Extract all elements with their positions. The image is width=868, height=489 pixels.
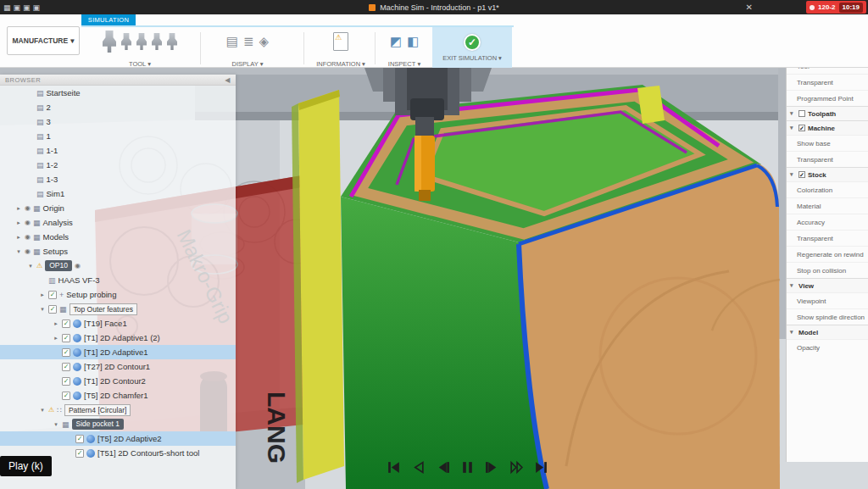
tool-dropdown[interactable]: TOOL ▾ bbox=[129, 60, 151, 68]
inspect-option-icon[interactable]: ◩ bbox=[390, 34, 402, 49]
checkbox-icon[interactable]: ✓ bbox=[75, 435, 84, 443]
section-view[interactable]: ▾View bbox=[787, 278, 868, 292]
setting-row[interactable]: Show base bbox=[787, 135, 868, 151]
browser-item[interactable]: ✓[T5] 2D Chamfer1 bbox=[0, 388, 236, 403]
visibility-eye-icon[interactable]: ◉ bbox=[25, 233, 31, 241]
tool-holder-icon[interactable] bbox=[167, 33, 177, 50]
section-stock[interactable]: ▾✓Stock bbox=[787, 167, 868, 181]
setting-row[interactable]: Accuracy bbox=[787, 214, 868, 230]
step-forward-button[interactable] bbox=[481, 458, 502, 476]
play-reverse-button[interactable] bbox=[408, 458, 428, 476]
browser-item[interactable]: ▸✓+Setup probing bbox=[0, 287, 236, 302]
information-report-icon[interactable]: ⚠ bbox=[333, 32, 348, 51]
checkbox-icon[interactable]: ✓ bbox=[62, 377, 70, 386]
browser-item[interactable]: ✓[T5] 2D Adaptive2 bbox=[0, 431, 236, 446]
section-collapse-icon[interactable]: ▾ bbox=[790, 329, 796, 336]
browser-item[interactable]: ▤2 bbox=[0, 100, 236, 114]
expand-arrow-icon[interactable]: ▸ bbox=[15, 205, 22, 212]
tab-simulation[interactable]: SIMULATION bbox=[81, 14, 136, 25]
section-checkbox-icon[interactable]: ✓ bbox=[798, 171, 805, 178]
checkbox-icon[interactable]: ✓ bbox=[62, 320, 70, 328]
checkbox-icon[interactable]: ✓ bbox=[62, 334, 70, 342]
setting-row[interactable]: Transparent bbox=[787, 151, 868, 167]
step-back-button[interactable] bbox=[432, 458, 453, 476]
manufacture-workspace-button[interactable]: MANUFACTURE ▾ bbox=[7, 26, 80, 55]
browser-item[interactable]: ✓[T1] 2D Adaptive1 bbox=[0, 345, 236, 359]
display-dropdown[interactable]: DISPLAY ▾ bbox=[232, 60, 264, 68]
section-checkbox-icon[interactable]: ✓ bbox=[798, 125, 805, 131]
expand-arrow-icon[interactable]: ▸ bbox=[39, 292, 46, 298]
browser-item[interactable]: ▾◉▦Setups bbox=[0, 244, 236, 258]
browser-item[interactable]: ▤1 bbox=[0, 129, 236, 143]
browser-item[interactable]: ▤1-2 bbox=[0, 158, 236, 172]
setting-row[interactable]: Opacity bbox=[787, 339, 868, 355]
tool-holder-icon[interactable] bbox=[103, 31, 116, 53]
browser-item[interactable]: ▤Sim1 bbox=[0, 186, 236, 201]
expand-arrow-icon[interactable]: ▸ bbox=[15, 219, 22, 226]
checkbox-icon[interactable]: ✓ bbox=[48, 291, 57, 299]
browser-item[interactable]: ▸◉▦Analysis bbox=[0, 215, 236, 230]
setting-row[interactable]: Regenerate on rewind bbox=[787, 246, 868, 262]
browser-item[interactable]: ▸✓[T1] 2D Adaptive1 (2) bbox=[0, 331, 236, 345]
inspect-dropdown[interactable]: INSPECT ▾ bbox=[388, 60, 420, 68]
expand-arrow-icon[interactable]: ▾ bbox=[53, 421, 59, 428]
checkbox-icon[interactable]: ✓ bbox=[48, 305, 57, 314]
browser-item[interactable]: ▤3 bbox=[0, 114, 236, 129]
expand-arrow-icon[interactable]: ▸ bbox=[53, 320, 59, 327]
tool-holder-icon[interactable] bbox=[121, 33, 131, 50]
setting-row[interactable]: Programmed Point bbox=[787, 90, 868, 106]
visibility-eye-icon[interactable]: ◉ bbox=[25, 204, 31, 212]
browser-item[interactable]: ▤1-1 bbox=[0, 143, 236, 158]
pause-button[interactable] bbox=[457, 458, 477, 476]
collapse-panel-icon[interactable]: ◀ bbox=[225, 76, 231, 84]
exit-simulation-button[interactable]: ✓ EXIT SIMULATION ▾ bbox=[432, 27, 512, 68]
expand-arrow-icon[interactable]: ▾ bbox=[15, 248, 22, 255]
visibility-eye-icon[interactable]: ◉ bbox=[25, 219, 31, 226]
skip-end-button[interactable] bbox=[531, 458, 551, 476]
close-icon[interactable]: ✕ bbox=[741, 0, 758, 14]
display-option-icon[interactable]: ≣ bbox=[243, 34, 254, 49]
information-dropdown[interactable]: INFORMATION ▾ bbox=[316, 60, 365, 68]
setting-row[interactable]: Show spindle direction bbox=[787, 308, 868, 325]
browser-item[interactable]: ▸◉▦Origin bbox=[0, 201, 236, 215]
titlebar-app-icon[interactable]: ▣ bbox=[14, 3, 21, 12]
visibility-eye-icon[interactable]: ◉ bbox=[75, 262, 81, 270]
checkbox-icon[interactable]: ✓ bbox=[62, 363, 70, 371]
section-checkbox-icon[interactable] bbox=[798, 110, 805, 117]
expand-arrow-icon[interactable]: ▾ bbox=[39, 306, 46, 313]
display-option-icon[interactable]: ◈ bbox=[259, 34, 270, 49]
display-option-icon[interactable]: ▤ bbox=[226, 34, 238, 49]
section-collapse-icon[interactable]: ▾ bbox=[790, 282, 796, 289]
section-collapse-icon[interactable]: ▾ bbox=[790, 171, 796, 178]
skip-start-button[interactable] bbox=[383, 458, 403, 476]
browser-item[interactable]: ▥HAAS VF-3 bbox=[0, 273, 236, 287]
expand-arrow-icon[interactable]: ▾ bbox=[39, 407, 46, 414]
section-collapse-icon[interactable]: ▾ bbox=[790, 110, 796, 117]
browser-item[interactable]: ▾⚠∷Pattern4 [Circular] bbox=[0, 403, 236, 417]
inspect-option-icon[interactable]: ◧ bbox=[407, 34, 419, 49]
browser-item[interactable]: ▾✓▦Top Outer features bbox=[0, 302, 236, 316]
browser-item[interactable]: ▾▦Side pocket 1 bbox=[0, 417, 236, 431]
browser-item[interactable]: ▸◉▦Models bbox=[0, 230, 236, 244]
tool-holder-icon[interactable] bbox=[152, 33, 162, 50]
section-collapse-icon[interactable]: ▾ bbox=[790, 125, 796, 131]
checkbox-icon[interactable]: ✓ bbox=[62, 348, 70, 357]
titlebar-app-icon[interactable]: ▦ bbox=[3, 3, 11, 12]
visibility-eye-icon[interactable]: ◉ bbox=[25, 247, 31, 255]
setting-row[interactable]: Transparent bbox=[787, 74, 868, 90]
expand-arrow-icon[interactable]: ▾ bbox=[27, 263, 34, 270]
section-model[interactable]: ▾Model bbox=[787, 325, 868, 339]
browser-item[interactable]: ▤1-3 bbox=[0, 172, 236, 186]
checkbox-icon[interactable]: ✓ bbox=[75, 449, 84, 458]
setting-row[interactable]: Colorization bbox=[787, 181, 868, 197]
section-toolpath[interactable]: ▾Toolpath bbox=[787, 106, 868, 120]
setting-row[interactable]: Transparent bbox=[787, 230, 868, 246]
browser-item[interactable]: ▤Startseite bbox=[0, 86, 236, 100]
setting-row[interactable]: Viewpoint bbox=[787, 292, 868, 308]
tool-holder-icon[interactable] bbox=[136, 33, 147, 50]
browser-item[interactable]: ✓[T27] 2D Contour1 bbox=[0, 359, 236, 374]
setting-row[interactable]: Stop on collision bbox=[787, 262, 868, 278]
browser-item[interactable]: ▸✓[T19] Face1 bbox=[0, 316, 236, 331]
titlebar-app-icon[interactable]: ▣ bbox=[33, 3, 41, 12]
setting-row[interactable]: Material bbox=[787, 197, 868, 214]
